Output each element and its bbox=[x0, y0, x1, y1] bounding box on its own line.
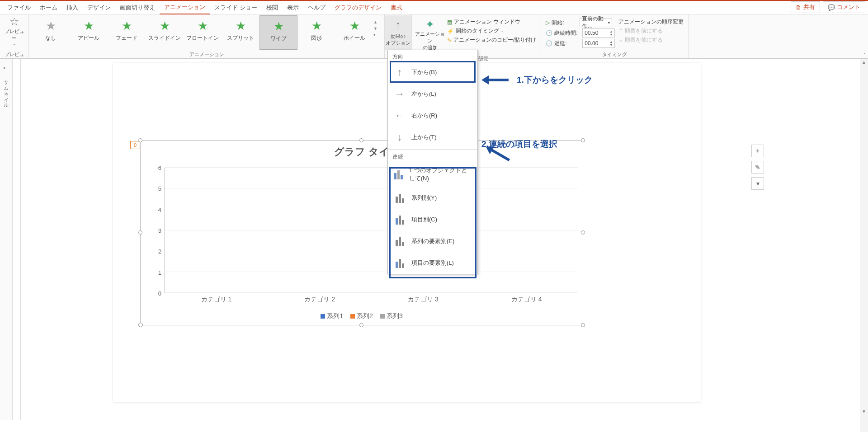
y-tick: 5 bbox=[158, 185, 161, 192]
trigger-button[interactable]: ⚡開始のタイミング⌄ bbox=[447, 27, 536, 35]
sequence-by-category-elem[interactable]: 項目の要素別(L) bbox=[388, 252, 477, 274]
legend-item: 系列1 bbox=[321, 312, 343, 320]
arrow-icon bbox=[481, 75, 513, 85]
more-icon[interactable]: ▾ bbox=[373, 33, 382, 37]
star-icon: ★ bbox=[184, 19, 222, 33]
resize-handle[interactable] bbox=[359, 138, 363, 142]
tab-view[interactable]: 表示 bbox=[283, 1, 303, 14]
move-later-button: ⌄ 順番を後にする bbox=[618, 36, 684, 44]
chart-filters-button[interactable]: ▾ bbox=[751, 177, 764, 190]
star-icon: ★ bbox=[108, 19, 146, 33]
comment-icon: 💬 bbox=[828, 4, 835, 11]
star-icon: ★ bbox=[32, 19, 70, 33]
sequence-by-series-elem[interactable]: 系列の要素別(E) bbox=[388, 230, 477, 252]
share-button[interactable]: 🗎共有 bbox=[791, 1, 820, 13]
chevron-up-icon: ⌃ bbox=[618, 28, 624, 34]
resize-handle[interactable] bbox=[581, 230, 585, 235]
preview-star-icon: ☆ bbox=[3, 15, 26, 28]
chevron-down-icon[interactable]: ▼ bbox=[373, 26, 382, 31]
effect-options-dropdown: 方向 ↑下から(B) →左から(L) ←右から(R) ↓上から(T) 連続 1 … bbox=[387, 50, 478, 274]
plus-icon: ＋ bbox=[755, 147, 761, 155]
expand-thumbnails-button[interactable]: ▸ bbox=[4, 65, 6, 70]
collapse-ribbon-button[interactable]: ⌃ bbox=[863, 52, 866, 57]
chevron-up-icon[interactable]: ▲ bbox=[373, 20, 382, 24]
animation-order-tag[interactable]: 0 bbox=[130, 141, 140, 149]
anim-appear[interactable]: ★アピール bbox=[70, 15, 108, 50]
y-tick: 4 bbox=[158, 206, 161, 213]
arrow-up-icon: ↑ bbox=[385, 18, 411, 32]
category-label: カテゴリ 4 bbox=[491, 296, 562, 304]
tab-home[interactable]: ホーム bbox=[35, 1, 62, 14]
animation-pane-button[interactable]: ▤アニメーション ウィンドウ bbox=[447, 18, 536, 26]
direction-from-bottom[interactable]: ↑下から(B) bbox=[388, 61, 477, 83]
chart-plot: 0123456 カテゴリ 1カテゴリ 2カテゴリ 3カテゴリ 4 bbox=[154, 168, 578, 293]
resize-handle[interactable] bbox=[138, 323, 143, 327]
tab-slideshow[interactable]: スライド ショー bbox=[210, 1, 262, 14]
delay-label: 遅延: bbox=[554, 40, 580, 47]
category-label: カテゴリ 2 bbox=[284, 296, 355, 304]
anim-wheel[interactable]: ★ホイール bbox=[335, 15, 373, 50]
resize-handle[interactable] bbox=[581, 323, 585, 327]
resize-handle[interactable] bbox=[138, 138, 142, 142]
sequence-by-series[interactable]: 系列別(Y) bbox=[388, 187, 477, 209]
tab-file[interactable]: ファイル bbox=[3, 1, 35, 14]
brush-icon: ✎ bbox=[755, 164, 760, 171]
delay-input[interactable]: 00.00▲▼ bbox=[582, 39, 615, 48]
start-label: 開始: bbox=[552, 19, 578, 27]
category-label: カテゴリ 1 bbox=[181, 296, 252, 304]
tab-review[interactable]: 校閲 bbox=[262, 1, 283, 14]
sequence-section-label: 連続 bbox=[388, 150, 477, 162]
direction-section-label: 方向 bbox=[388, 50, 477, 61]
resize-handle[interactable] bbox=[359, 323, 363, 327]
animation-painter-button[interactable]: ✎アニメーションのコピー/貼り付け bbox=[447, 36, 536, 44]
tab-format[interactable]: 書式 bbox=[386, 1, 407, 14]
effect-options-button[interactable]: ↑ 効果の オプション bbox=[385, 15, 411, 50]
sequence-one-object[interactable]: 1 つのオブジェクトとして(N) bbox=[388, 162, 477, 187]
resize-handle[interactable] bbox=[581, 138, 585, 142]
chart-object[interactable]: グラフ タイ 0123456 カテゴリ 1カテゴリ 2カテゴリ 3カテゴリ 4 … bbox=[140, 140, 583, 325]
star-icon: ★ bbox=[260, 19, 297, 33]
anim-floatin[interactable]: ★フロートイン bbox=[184, 15, 222, 50]
anim-shape[interactable]: ★図形 bbox=[297, 15, 335, 50]
legend-item: 系列2 bbox=[350, 312, 373, 320]
comment-button[interactable]: 💬コメント bbox=[823, 1, 865, 13]
preview-group-label: プレビュー bbox=[3, 51, 26, 58]
clock-icon: 🕑 bbox=[546, 30, 552, 36]
anim-slidein[interactable]: ★スライドイン bbox=[146, 15, 184, 50]
animation-gallery: ★なし ★アピール ★フェード ★スライドイン ★フロートイン ★スプリット ★… bbox=[32, 15, 373, 50]
chart-elements-button[interactable]: ＋ bbox=[751, 145, 764, 157]
star-icon: ★ bbox=[70, 19, 108, 33]
legend-item: 系列3 bbox=[380, 312, 403, 320]
category-label: カテゴリ 3 bbox=[388, 296, 458, 304]
move-earlier-button: ⌃ 順番を前にする bbox=[618, 27, 684, 35]
gallery-scroll[interactable]: ▲▼▾ bbox=[373, 15, 382, 37]
tab-design[interactable]: デザイン bbox=[83, 1, 115, 14]
chart-styles-button[interactable]: ✎ bbox=[751, 161, 764, 174]
direction-from-left[interactable]: →左から(L) bbox=[388, 83, 477, 105]
chart-legend: 系列1系列2系列3 bbox=[141, 312, 583, 320]
tab-transitions[interactable]: 画面切り替え bbox=[115, 1, 160, 14]
anim-fade[interactable]: ★フェード bbox=[108, 15, 146, 50]
arrow-up-icon: ↑ bbox=[393, 66, 406, 79]
resize-handle[interactable] bbox=[138, 230, 142, 235]
preview-button[interactable]: ☆ プレビュー ⌄ bbox=[3, 15, 26, 46]
vertical-scrollbar[interactable]: ▲ ▼ bbox=[860, 59, 868, 432]
tab-animations[interactable]: アニメーション bbox=[160, 1, 210, 14]
tab-insert[interactable]: 挿入 bbox=[62, 1, 83, 14]
y-tick: 0 bbox=[158, 290, 161, 297]
start-dropdown[interactable]: 直前の動作…▾ bbox=[580, 18, 612, 27]
anim-wipe[interactable]: ★ワイプ bbox=[259, 15, 297, 50]
sequence-by-category[interactable]: 項目別(C) bbox=[388, 209, 477, 230]
anim-none[interactable]: ★なし bbox=[32, 15, 70, 50]
star-icon: ★ bbox=[335, 19, 373, 33]
duration-input[interactable]: 00.50▲▼ bbox=[582, 28, 615, 38]
direction-from-right[interactable]: ←右から(R) bbox=[388, 105, 477, 127]
chevron-down-icon: ⌄ bbox=[618, 37, 624, 43]
play-icon: ▷ bbox=[546, 19, 550, 26]
add-animation-button[interactable]: ✦ アニメーション の追加 ⌄ bbox=[415, 15, 445, 55]
anim-split[interactable]: ★スプリット bbox=[222, 15, 259, 50]
tab-help[interactable]: ヘルプ bbox=[303, 1, 330, 14]
share-icon: 🗎 bbox=[796, 4, 802, 11]
direction-from-top[interactable]: ↓上から(T) bbox=[388, 127, 477, 148]
tab-chart-design[interactable]: グラフのデザイン bbox=[330, 1, 386, 14]
